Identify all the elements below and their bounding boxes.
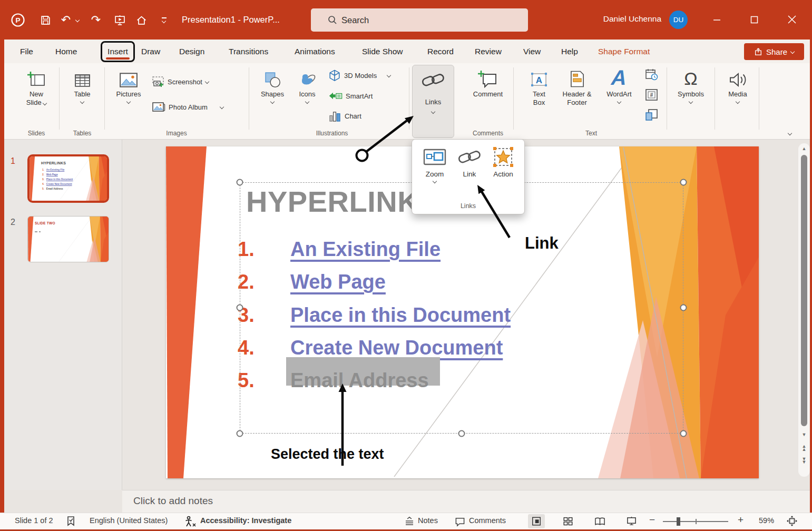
tab-shape-format[interactable]: Shape Format bbox=[597, 40, 651, 63]
notes-placeholder[interactable]: Click to add notes bbox=[133, 495, 213, 507]
chart-button[interactable]: Chart bbox=[328, 110, 361, 122]
fit-slide-to-window-button[interactable] bbox=[786, 515, 798, 528]
zoom-in-button[interactable]: + bbox=[738, 514, 743, 526]
scroll-down-icon[interactable]: ▼ bbox=[798, 432, 810, 437]
tab-help[interactable]: Help bbox=[560, 40, 579, 63]
avatar[interactable]: DU bbox=[669, 11, 688, 29]
window-border-left bbox=[0, 40, 4, 531]
tab-file[interactable]: File bbox=[19, 40, 34, 63]
tab-record[interactable]: Record bbox=[426, 40, 455, 63]
scroll-up-icon[interactable]: ▲ bbox=[798, 146, 810, 151]
collapse-ribbon-chevron-icon[interactable] bbox=[788, 127, 791, 137]
tab-animations[interactable]: Animations bbox=[294, 40, 336, 63]
zoom-icon bbox=[423, 144, 447, 170]
header-footer-button[interactable]: Header & Footer bbox=[557, 66, 596, 125]
links-button[interactable]: Links bbox=[412, 65, 454, 138]
pictures-button[interactable]: Pictures bbox=[111, 66, 146, 125]
powerpoint-window: P ↶ ↷ Presentation1 - PowerP... Search D… bbox=[0, 0, 812, 531]
quick-access-customize-icon[interactable] bbox=[160, 14, 168, 26]
selection-handle-bottom-mid[interactable] bbox=[458, 430, 465, 437]
vertical-scrollbar[interactable]: ▲ ▼ ▲▲ ▼▼ bbox=[798, 143, 810, 477]
selection-handle-mid-left[interactable] bbox=[237, 304, 243, 311]
table-button[interactable]: Table bbox=[65, 66, 99, 125]
tab-transitions[interactable]: Transitions bbox=[228, 40, 269, 63]
selection-handle-top-left[interactable] bbox=[237, 179, 243, 186]
slide-count-indicator[interactable]: Slide 1 of 2 bbox=[15, 516, 53, 525]
comments-toggle-icon[interactable] bbox=[454, 517, 466, 528]
notes-toggle[interactable]: Notes bbox=[418, 516, 438, 525]
symbols-button[interactable]: Ω Symbols bbox=[673, 66, 708, 125]
save-icon[interactable] bbox=[39, 14, 52, 26]
tab-insert[interactable]: Insert bbox=[101, 41, 135, 62]
tab-slide-show[interactable]: Slide Show bbox=[361, 40, 404, 63]
zoom-level[interactable]: 59% bbox=[759, 516, 774, 525]
link-icon bbox=[457, 144, 482, 170]
tab-view[interactable]: View bbox=[522, 40, 542, 63]
maximize-button[interactable] bbox=[745, 12, 763, 27]
spellcheck-icon[interactable] bbox=[66, 516, 76, 528]
user-name[interactable]: Daniel Uchenna bbox=[603, 14, 661, 24]
thumbnail-slide-title: HYPERLINKS bbox=[41, 161, 66, 165]
reading-view-button[interactable] bbox=[591, 514, 608, 528]
group-divider bbox=[667, 67, 667, 130]
tab-home[interactable]: Home bbox=[54, 40, 78, 63]
zoom-out-button[interactable]: − bbox=[649, 514, 655, 526]
selection-handle-mid-right[interactable] bbox=[680, 304, 687, 311]
window-border-right bbox=[810, 40, 812, 531]
scrollbar-thumb[interactable] bbox=[801, 155, 807, 426]
slide-number-button[interactable]: # bbox=[645, 88, 658, 103]
zoom-slider-tick bbox=[696, 519, 697, 524]
action-icon bbox=[491, 144, 515, 170]
photo-album-button[interactable]: Photo Album bbox=[152, 101, 223, 113]
screenshot-button[interactable]: Screenshot bbox=[152, 75, 209, 88]
selection-handle-top-right[interactable] bbox=[680, 179, 687, 186]
object-button[interactable] bbox=[645, 109, 658, 123]
icons-button[interactable]: Icons bbox=[292, 66, 322, 125]
undo-icon[interactable]: ↶ bbox=[60, 14, 72, 26]
ribbon-group-label-images: Images bbox=[111, 130, 242, 137]
3d-models-button[interactable]: 3D Models bbox=[328, 69, 390, 82]
start-slideshow-icon[interactable] bbox=[113, 14, 126, 26]
accessibility-icon[interactable] bbox=[184, 516, 197, 529]
menu-item-action[interactable]: Action bbox=[487, 144, 520, 178]
selection-handle-bottom-left[interactable] bbox=[237, 430, 243, 437]
language-indicator[interactable]: English (United States) bbox=[90, 516, 168, 525]
search-input[interactable]: Search bbox=[311, 8, 528, 32]
redo-icon[interactable]: ↷ bbox=[90, 14, 102, 26]
comment-button[interactable]: Comment bbox=[469, 66, 507, 125]
shapes-button[interactable]: Shapes bbox=[257, 66, 288, 125]
close-button[interactable] bbox=[783, 12, 801, 27]
ribbon-group-label-tables: Tables bbox=[65, 130, 99, 137]
slide-sorter-view-button[interactable] bbox=[560, 514, 576, 528]
slide-thumbnail-2[interactable]: SLIDE TWO bbox=[27, 216, 109, 262]
menu-item-link[interactable]: Link bbox=[453, 144, 486, 178]
menu-item-zoom[interactable]: Zoom bbox=[418, 144, 451, 183]
previous-slide-button[interactable]: ▲▲ bbox=[798, 445, 810, 451]
smartart-button[interactable]: SmartArt bbox=[328, 90, 373, 102]
date-time-button[interactable] bbox=[645, 68, 658, 83]
undo-dropdown-chevron-icon[interactable] bbox=[75, 14, 80, 26]
slide-thumbnail-1[interactable]: HYPERLINKS 1.An Existing File 2.Web Page… bbox=[27, 154, 109, 203]
selection-handle-bottom-right[interactable] bbox=[680, 430, 687, 437]
normal-view-button[interactable] bbox=[528, 514, 545, 528]
notes-pane[interactable]: Click to add notes bbox=[122, 490, 810, 513]
document-title: Presentation1 - PowerP... bbox=[182, 15, 280, 25]
tab-design[interactable]: Design bbox=[178, 40, 206, 63]
notes-toggle-icon[interactable] bbox=[404, 516, 415, 528]
zoom-slider-thumb[interactable] bbox=[677, 517, 680, 526]
home-icon[interactable] bbox=[135, 14, 148, 26]
minimize-button[interactable] bbox=[708, 12, 726, 27]
text-box-button[interactable]: A Text Box bbox=[524, 66, 554, 125]
share-button[interactable]: Share bbox=[744, 43, 804, 60]
tab-draw[interactable]: Draw bbox=[140, 40, 161, 63]
comments-toggle[interactable]: Comments bbox=[469, 516, 506, 525]
wordart-button[interactable]: A WordArt bbox=[601, 66, 638, 125]
thumbnail-slide2-title: SLIDE TWO bbox=[35, 221, 55, 225]
new-slide-button[interactable]: New Slide bbox=[20, 66, 53, 125]
media-button[interactable]: Media bbox=[721, 66, 755, 125]
powerpoint-logo-icon[interactable]: P bbox=[9, 12, 26, 28]
slide-show-view-button[interactable] bbox=[623, 514, 640, 528]
tab-review[interactable]: Review bbox=[474, 40, 503, 63]
next-slide-button[interactable]: ▼▼ bbox=[798, 457, 810, 464]
accessibility-status[interactable]: Accessibility: Investigate bbox=[200, 516, 291, 525]
